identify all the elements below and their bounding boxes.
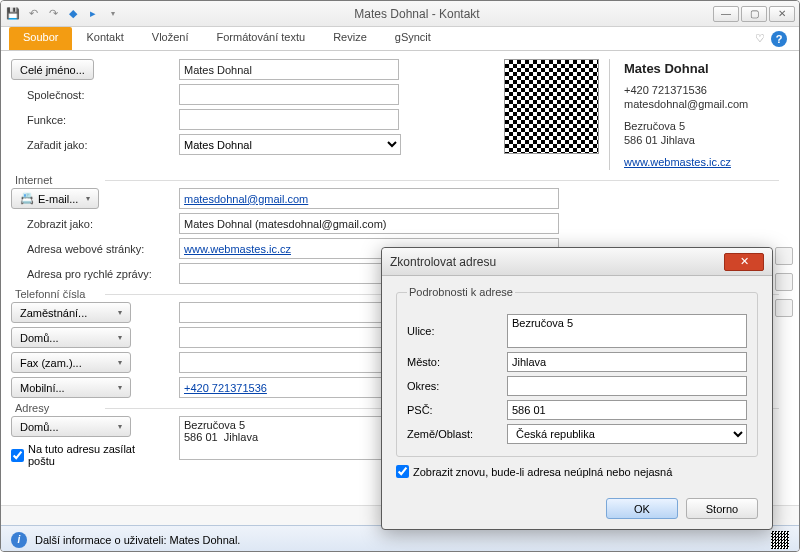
dialog-title: Zkontrolovat adresu: [390, 255, 724, 269]
tab-vlozeni[interactable]: Vložení: [138, 27, 203, 50]
company-label: Společnost:: [11, 89, 171, 101]
showagain-checkbox[interactable]: Zobrazit znovu, bude-li adresa neúplná n…: [396, 465, 672, 478]
phone-work-button[interactable]: Zaměstnání...: [11, 302, 131, 323]
next-item-icon[interactable]: ▸: [85, 6, 101, 22]
im-label: Adresa pro rychlé zprávy:: [11, 268, 171, 280]
attachment-icon[interactable]: [775, 273, 793, 291]
role-input[interactable]: [179, 109, 399, 130]
card-web: www.webmastes.ic.cz: [624, 156, 789, 168]
address-details-fieldset: Podrobnosti k adrese Ulice:Bezručova 5 M…: [396, 286, 758, 457]
tab-formatovani[interactable]: Formátování textu: [203, 27, 320, 50]
address-type-button[interactable]: Domů...: [11, 416, 131, 437]
maximize-button[interactable]: ▢: [741, 6, 767, 22]
prev-item-icon[interactable]: ◆: [65, 6, 81, 22]
fullname-button[interactable]: Celé jméno...: [11, 59, 94, 80]
district-input[interactable]: [507, 376, 747, 396]
phone-mobile-button[interactable]: Mobilní...: [11, 377, 131, 398]
qr-code: [504, 59, 599, 154]
save-icon[interactable]: 💾: [5, 6, 21, 22]
undo-icon[interactable]: ↶: [25, 6, 41, 22]
check-address-dialog: Zkontrolovat adresu ✕ Podrobnosti k adre…: [381, 247, 773, 530]
outlook-contact-window: 💾 ↶ ↷ ◆ ▸ ▾ Mates Dohnal - Kontakt — ▢ ✕…: [0, 0, 800, 552]
dialog-titlebar: Zkontrolovat adresu ✕: [382, 248, 772, 276]
phone-home-button[interactable]: Domů...: [11, 327, 131, 348]
street-label: Ulice:: [407, 325, 497, 337]
sidebar-toolbar: [775, 247, 793, 317]
dialog-legend: Podrobnosti k adrese: [407, 286, 515, 298]
contact-form-body: Celé jméno... Společnost: Funkce: Zařadi…: [1, 51, 799, 552]
card-citypost: 586 01 Jihlava: [624, 134, 789, 146]
dialog-cancel-button[interactable]: Storno: [686, 498, 758, 519]
redo-icon[interactable]: ↷: [45, 6, 61, 22]
dialog-close-button[interactable]: ✕: [724, 253, 764, 271]
zip-input[interactable]: [507, 400, 747, 420]
card-name: Mates Dohnal: [624, 61, 789, 76]
district-label: Okres:: [407, 380, 497, 392]
internet-group-label: Internet: [15, 174, 789, 186]
mini-qr-icon[interactable]: [771, 531, 789, 549]
phone-fax-button[interactable]: Fax (zam.)...: [11, 352, 131, 373]
notes-icon[interactable]: [775, 247, 793, 265]
showagain-checkbox-input[interactable]: [396, 465, 409, 478]
tab-kontakt[interactable]: Kontakt: [72, 27, 137, 50]
email-input[interactable]: [179, 188, 559, 209]
email-type-button[interactable]: 📇E-mail...: [11, 188, 99, 209]
street-input[interactable]: Bezručova 5: [507, 314, 747, 348]
city-label: Město:: [407, 356, 497, 368]
tab-gsyncit[interactable]: gSyncit: [381, 27, 445, 50]
info-icon: i: [11, 532, 27, 548]
card-phone: +420 721371536: [624, 84, 789, 96]
role-label: Funkce:: [11, 114, 171, 126]
tab-revize[interactable]: Revize: [319, 27, 381, 50]
ribbon-minimize-icon[interactable]: ♡: [755, 32, 765, 45]
city-input[interactable]: [507, 352, 747, 372]
zip-label: PSČ:: [407, 404, 497, 416]
window-title: Mates Dohnal - Kontakt: [121, 7, 713, 21]
displayas-input[interactable]: [179, 213, 559, 234]
tab-soubor[interactable]: Soubor: [9, 27, 72, 50]
minimize-button[interactable]: —: [713, 6, 739, 22]
mailing-checkbox[interactable]: Na tuto adresu zasílat poštu: [11, 443, 171, 467]
close-button[interactable]: ✕: [769, 6, 795, 22]
country-label: Země/Oblast:: [407, 428, 497, 440]
status-text: Další informace o uživateli: Mates Dohna…: [35, 534, 240, 546]
business-card-preview: Mates Dohnal +420 721371536 matesdohnal@…: [609, 59, 789, 170]
web-label: Adresa webové stránky:: [11, 243, 171, 255]
fileas-combo[interactable]: Mates Dohnal: [179, 134, 401, 155]
fullname-input[interactable]: [179, 59, 399, 80]
dialog-ok-button[interactable]: OK: [606, 498, 678, 519]
card-street: Bezručova 5: [624, 120, 789, 132]
country-select[interactable]: Česká republika: [507, 424, 747, 444]
titlebar: 💾 ↶ ↷ ◆ ▸ ▾ Mates Dohnal - Kontakt — ▢ ✕: [1, 1, 799, 27]
card-email: matesdohnal@gmail.com: [624, 98, 789, 110]
displayas-label: Zobrazit jako:: [11, 218, 171, 230]
quick-access-toolbar: 💾 ↶ ↷ ◆ ▸ ▾: [5, 6, 121, 22]
qat-dropdown-icon[interactable]: ▾: [105, 6, 121, 22]
address-book-icon: 📇: [20, 192, 34, 205]
fileas-label: Zařadit jako:: [11, 139, 171, 151]
mailing-checkbox-input[interactable]: [11, 449, 24, 462]
company-input[interactable]: [179, 84, 399, 105]
categories-icon[interactable]: [775, 299, 793, 317]
ribbon-tabs: Soubor Kontakt Vložení Formátování textu…: [1, 27, 799, 51]
help-icon[interactable]: ?: [771, 31, 787, 47]
